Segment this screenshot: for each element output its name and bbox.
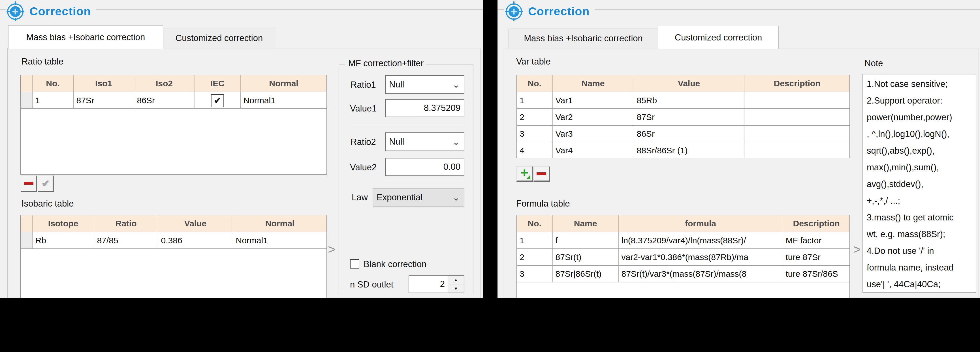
formula-table-row: 3 87Sr|86Sr(t) 87Sr(t)/var3*(mass(87Sr)/… [517, 265, 850, 282]
cell-name[interactable]: Var4 [552, 142, 634, 158]
tab-mass-bias-isobaric[interactable]: Mass bias +Isobaric correction [509, 29, 658, 48]
cell-name[interactable]: Var3 [552, 125, 634, 142]
cell-no[interactable]: 3 [517, 125, 552, 142]
col-header-normal: Normal [233, 215, 327, 232]
cell-formula[interactable]: ln(8.375209/var4)/ln(mass(88Sr)/ [619, 232, 783, 249]
var-table-row: 3 Var3 86Sr [517, 125, 850, 142]
row-indicator-cell[interactable] [21, 232, 32, 249]
mf-groupbox-title: MF correction+filter [345, 58, 426, 68]
correction-groupbox-title: Correction [504, 0, 595, 23]
cell-no[interactable]: 1 [32, 92, 73, 109]
cell-normal[interactable]: Normal1 [240, 92, 327, 109]
tab-mass-bias-isobaric[interactable]: Mass bias +Isobaric correction [8, 25, 163, 49]
arrow-up-icon: ▲ [454, 277, 458, 282]
separator [351, 183, 465, 183]
cell-no[interactable]: 3 [517, 265, 552, 282]
tab-label: Mass bias +Isobaric correction [524, 33, 643, 44]
formula-table-label: Formula table [516, 199, 570, 209]
nsd-outlet-value[interactable]: 2 [409, 276, 448, 293]
ratio-table-row: 1 87Sr 86Sr ✔ Normal1 [21, 92, 327, 109]
ratio-table-header-row: No. Iso1 Iso2 IEC Normal [21, 75, 327, 92]
cell-formula[interactable]: var2-var1*0.386*(mass(87Rb)/ma [619, 249, 783, 265]
page-title: Correction [29, 5, 91, 18]
apply-ratio-button[interactable]: ✔ [38, 176, 54, 192]
ratio1-value: Null [389, 79, 404, 90]
var-table-header-row: No. Name Value Description [517, 75, 850, 92]
chevron-right-icon: > [328, 242, 336, 257]
expand-panel-arrow[interactable]: > [853, 243, 861, 256]
cell-no[interactable]: 4 [517, 142, 552, 158]
row-indicator-cell[interactable] [21, 92, 32, 109]
cell-no[interactable]: 2 [517, 109, 552, 125]
cell-value[interactable]: 88Sr/86Sr (1) [634, 142, 744, 158]
value2-label: Value2 [350, 162, 377, 173]
cell-iso1[interactable]: 87Sr [73, 92, 134, 109]
cell-no[interactable]: 1 [517, 232, 552, 249]
cell-name[interactable]: Var2 [552, 109, 634, 125]
remove-ratio-row-button[interactable] [21, 176, 37, 192]
cell-no[interactable]: 2 [517, 249, 552, 265]
blank-correction-checkbox[interactable] [350, 259, 360, 268]
cell-description[interactable] [744, 92, 850, 109]
cell-description[interactable]: ture 87Sr/86S [783, 265, 850, 282]
cell-description[interactable] [744, 125, 850, 142]
cell-iso2[interactable]: 86Sr [134, 92, 194, 109]
cell-description[interactable] [744, 142, 850, 158]
iec-checkbox[interactable]: ✔ [211, 94, 224, 107]
minus-icon [24, 182, 33, 185]
left-correction-panel: Correction Mass bias +Isobaric correctio… [0, 0, 484, 298]
add-var-row-button[interactable]: + [517, 166, 533, 182]
cell-description[interactable] [744, 109, 850, 125]
cell-value[interactable]: 86Sr [634, 125, 744, 142]
formula-table: No. Name formula Description 1 f ln(8.37… [517, 215, 850, 298]
tab-customized-correction[interactable]: Customized correction [163, 28, 275, 48]
cell-name[interactable]: f [552, 232, 619, 249]
cell-normal[interactable]: Normal1 [233, 232, 327, 249]
remove-var-row-button[interactable] [533, 166, 550, 182]
spin-up-button[interactable]: ▲ [448, 276, 464, 284]
tab-customized-correction[interactable]: Customized correction [658, 26, 779, 49]
law-select[interactable]: Exponential ⌄ [372, 188, 465, 207]
col-header-description: Description [744, 75, 850, 92]
cell-isotope[interactable]: Rb [32, 232, 94, 249]
nsd-outlet-stepper[interactable]: 2 ▲ ▼ [409, 275, 465, 293]
chevron-right-icon: > [853, 242, 861, 257]
law-value: Exponential [377, 192, 422, 203]
formula-table-header-row: No. Name formula Description [517, 215, 850, 232]
cell-name[interactable]: Var1 [552, 92, 634, 109]
cell-no[interactable]: 1 [517, 92, 552, 109]
var-table-row: 4 Var4 88Sr/86Sr (1) [517, 142, 850, 158]
value2-field[interactable]: 0.00 [385, 158, 465, 176]
col-header-iso1: Iso1 [73, 75, 134, 92]
target-icon [6, 1, 25, 22]
cell-value[interactable]: 87Sr [634, 109, 744, 125]
ratio2-select[interactable]: Null ⌄ [385, 132, 465, 151]
ratio1-select[interactable]: Null ⌄ [385, 75, 465, 94]
value1-field[interactable]: 8.375209 [385, 99, 465, 117]
cell-formula[interactable]: 87Sr(t)/var3*(mass(87Sr)/mass(8 [619, 265, 783, 282]
target-icon [504, 1, 523, 22]
cell-value[interactable]: 85Rb [634, 92, 744, 109]
col-header-no: No. [517, 75, 552, 92]
cell-description[interactable]: MF factor [783, 232, 850, 249]
col-header-formula: formula [619, 215, 783, 232]
spin-down-button[interactable]: ▼ [448, 284, 464, 293]
col-header-ratio: Ratio [94, 215, 158, 232]
chevron-down-icon: ⌄ [452, 192, 460, 203]
nsd-outlet-label: n SD outlet [350, 279, 393, 290]
cell-value[interactable]: 0.386 [158, 232, 233, 249]
col-header-value: Value [158, 215, 233, 232]
cell-name[interactable]: 87Sr(t) [552, 249, 619, 265]
formula-table-row: 1 f ln(8.375209/var4)/ln(mass(88Sr)/ MF … [517, 232, 850, 249]
cell-description[interactable]: ture 87Sr [783, 249, 850, 265]
formula-table-row: 2 87Sr(t) var2-var1*0.386*(mass(87Rb)/ma… [517, 249, 850, 265]
col-header-iec: IEC [194, 75, 240, 92]
row-indicator-header [21, 215, 32, 232]
value1-label: Value1 [350, 103, 377, 114]
ratio-table-label: Ratio table [22, 57, 64, 67]
cell-name[interactable]: 87Sr|86Sr(t) [552, 265, 619, 282]
minus-icon [536, 172, 546, 175]
right-correction-panel: Correction Mass bias +Isobaric correctio… [498, 0, 980, 298]
expand-panel-arrow[interactable]: > [328, 243, 336, 256]
cell-ratio[interactable]: 87/85 [94, 232, 158, 249]
